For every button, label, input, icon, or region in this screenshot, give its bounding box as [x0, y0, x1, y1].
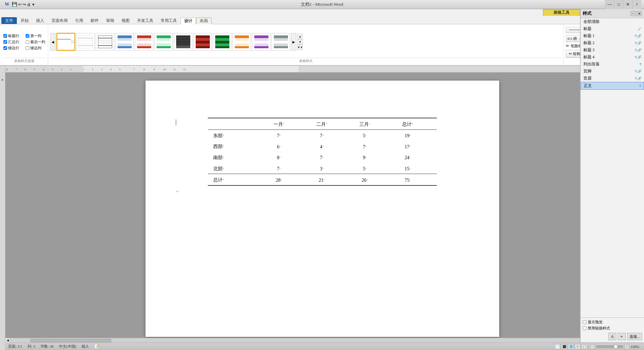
- gallery-scroll-right[interactable]: ▶: [291, 33, 296, 51]
- east-mar: 5。: [344, 129, 387, 141]
- table-style-3[interactable]: [96, 33, 114, 51]
- new-style-button[interactable]: A: [608, 333, 616, 340]
- header-row-checkbox-label[interactable]: 标题行: [3, 33, 23, 38]
- table-row: 南部。 8。 7。 9。 24。: [208, 152, 437, 163]
- close-button[interactable]: ✕: [623, 0, 632, 9]
- undo-icon[interactable]: ↩: [18, 2, 22, 7]
- scroll-left-button[interactable]: ◀: [5, 338, 10, 343]
- style-edit-icon-body[interactable]: ¶: [639, 84, 641, 88]
- style-edit-icon-lp[interactable]: ¶: [640, 66, 641, 66]
- tab-common-tools[interactable]: 常用工具: [157, 17, 181, 24]
- col-indicator: 列: 3: [28, 344, 35, 349]
- horizontal-scrollbar[interactable]: ◀ ▶: [5, 338, 644, 343]
- document-content[interactable]: 一月。 二月。 三月。 总计。 东部。 7。: [5, 72, 639, 338]
- zoom-level: 150%: [631, 345, 641, 349]
- style-edit-icon-header[interactable]: ¶: [635, 77, 637, 80]
- outline-button[interactable]: ≡: [575, 344, 581, 349]
- style-link-icon-header[interactable]: 🔗: [637, 77, 641, 80]
- table-style-green[interactable]: [154, 33, 173, 51]
- zoom-thumb[interactable]: [614, 345, 618, 349]
- tab-layout[interactable]: 布局: [196, 18, 212, 24]
- header-row-checkbox[interactable]: [3, 34, 7, 38]
- table-style-gray-green[interactable]: [271, 33, 290, 51]
- banded-cols-checkbox-label[interactable]: 镶边列: [26, 46, 45, 51]
- cursor-line: [176, 119, 176, 125]
- tab-page-layout[interactable]: 页面布局: [48, 17, 71, 24]
- tab-design[interactable]: 设计: [181, 18, 196, 24]
- gallery-scroll-up[interactable]: ▲: [297, 34, 303, 39]
- tab-home[interactable]: 开始: [17, 17, 32, 24]
- show-preview-label: 显示预览: [588, 320, 603, 325]
- window-title: 文档1 - Microsoft Word: [301, 1, 343, 7]
- svg-rect-64: [274, 38, 288, 41]
- style-item-footer[interactable]: 页脚 ¶ 🔗: [581, 68, 644, 75]
- maximize-button[interactable]: □: [614, 0, 623, 9]
- svg-rect-62: [254, 46, 268, 48]
- banded-rows-checkbox-label[interactable]: 镶边行: [3, 46, 23, 51]
- minimize-button[interactable]: —: [605, 0, 614, 9]
- options-button[interactable]: 选项...: [627, 333, 642, 340]
- manage-styles-button[interactable]: ≡: [618, 333, 626, 340]
- show-preview-checkbox[interactable]: [583, 320, 586, 324]
- tab-mailings[interactable]: 邮件: [87, 17, 102, 24]
- table-style-orange[interactable]: [232, 33, 251, 51]
- total-row-checkbox[interactable]: [3, 40, 7, 44]
- last-col-checkbox[interactable]: [26, 40, 29, 44]
- table-style-2[interactable]: [76, 33, 95, 51]
- svg-rect-57: [235, 46, 249, 48]
- table-style-options-group: 标题行 第一列 汇总行 最后一列 镶边行: [1, 25, 48, 64]
- zoom-out-button[interactable]: −: [590, 344, 595, 349]
- scroll-thumb-h[interactable]: [30, 339, 111, 342]
- table-style-dark-red[interactable]: [193, 33, 212, 51]
- gallery-scroll-left[interactable]: ◀: [50, 33, 56, 51]
- tab-view[interactable]: 视图: [118, 17, 133, 24]
- style-link-icon-footer[interactable]: 🔗: [637, 69, 641, 73]
- customize-qa-icon[interactable]: ▼: [32, 3, 35, 6]
- banded-rows-checkbox[interactable]: [3, 46, 7, 50]
- style-item-body[interactable]: 正文 ¶: [581, 82, 644, 90]
- help-button[interactable]: ?: [632, 0, 641, 9]
- draft-button[interactable]: 📋: [581, 344, 587, 349]
- tab-developer[interactable]: 开发工具: [133, 17, 157, 24]
- zoom-slider[interactable]: [596, 345, 623, 348]
- table-style-purple[interactable]: [252, 33, 270, 51]
- style-item-header[interactable]: 页眉 ¶ 🔗: [581, 75, 644, 82]
- tab-references[interactable]: 引用: [71, 17, 87, 24]
- table-tools-badge: 表格工具: [543, 9, 580, 16]
- tab-insert[interactable]: 插入: [32, 17, 48, 24]
- style-checkboxes: 标题行 第一列 汇总行 最后一列 镶边行: [3, 33, 46, 51]
- table-style-plain[interactable]: [57, 33, 75, 51]
- table-style-blue-stripe[interactable]: [115, 33, 134, 51]
- south-extra: [430, 152, 437, 163]
- gallery-scroll-expand[interactable]: ▼▼: [297, 45, 303, 50]
- fullscreen-button[interactable]: ⬛: [561, 344, 567, 349]
- disable-linked-checkbox[interactable]: [583, 326, 586, 330]
- scroll-track-h[interactable]: [10, 338, 639, 343]
- show-preview-check[interactable]: 显示预览: [583, 320, 642, 325]
- table-style-dark-green[interactable]: [213, 33, 231, 51]
- banded-cols-checkbox[interactable]: [26, 46, 29, 50]
- web-layout-button[interactable]: 🌐: [568, 344, 574, 349]
- first-col-checkbox[interactable]: [26, 34, 29, 38]
- style-edit-icon-footer[interactable]: ¶: [635, 69, 637, 73]
- gallery-scroll-down[interactable]: ▼: [297, 39, 303, 45]
- last-col-checkbox-label[interactable]: 最后一列: [26, 39, 45, 45]
- save-icon[interactable]: 💾: [12, 2, 17, 7]
- svg-text:8: 8: [6, 68, 8, 71]
- first-col-checkbox-label[interactable]: 第一列: [26, 33, 45, 38]
- footer-extra: [430, 174, 437, 185]
- tab-file[interactable]: 文件: [1, 17, 17, 24]
- disable-linked-check[interactable]: 禁用链接样式: [583, 326, 642, 331]
- zoom-in-button[interactable]: +: [624, 344, 629, 349]
- table-style-dark[interactable]: [174, 33, 192, 51]
- total-row-checkbox-label[interactable]: 汇总行: [3, 39, 23, 45]
- svg-rect-31: [137, 46, 151, 48]
- tab-review[interactable]: 审阅: [102, 17, 118, 24]
- print-view-button[interactable]: 📄: [554, 344, 560, 349]
- doc-scroll-wrapper: 一月。 二月。 三月。 总计。 东部。 7。: [5, 72, 644, 338]
- svg-text:6: 6: [25, 68, 26, 71]
- svg-rect-29: [137, 41, 151, 43]
- print-preview-icon[interactable]: 🖨: [27, 2, 31, 6]
- table-style-red[interactable]: [135, 33, 153, 51]
- redo-icon[interactable]: ↪: [23, 2, 26, 7]
